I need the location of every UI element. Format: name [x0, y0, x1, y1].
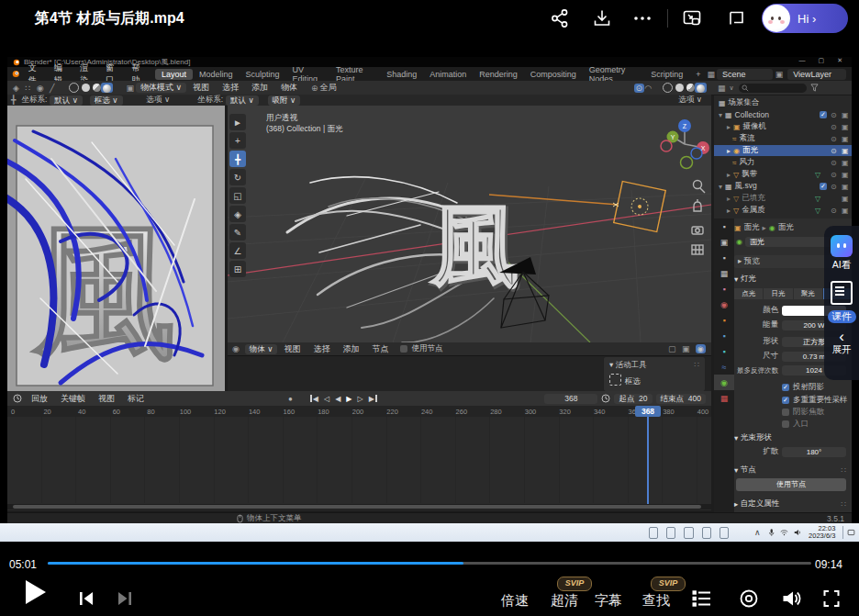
- expand-label[interactable]: 展开: [824, 343, 859, 356]
- outliner-display-icon[interactable]: ▦: [718, 84, 728, 93]
- left-shading-material-icon[interactable]: [93, 84, 101, 92]
- tool-measure[interactable]: ∠: [229, 242, 246, 259]
- render-tab-icon[interactable]: ▣: [714, 234, 734, 250]
- outliner-row-ribbon[interactable]: ▸ ▽ 飘带 ▽ ⊙ ▣: [714, 169, 852, 180]
- shading-rendered-icon[interactable]: [695, 83, 707, 92]
- taskbar-app-icon[interactable]: [702, 527, 711, 539]
- camera-visibility-icon[interactable]: ▣: [842, 183, 849, 191]
- output-tab-icon[interactable]: ▪: [714, 250, 734, 265]
- ai-watch-icon[interactable]: [831, 235, 853, 257]
- outliner-display-caret[interactable]: ∨: [730, 84, 736, 92]
- scene-selector[interactable]: Scene: [717, 69, 773, 80]
- spread-field[interactable]: 180°: [782, 447, 846, 457]
- tool-rotate[interactable]: ↻: [229, 169, 246, 185]
- current-frame-badge[interactable]: 368: [635, 406, 661, 417]
- portal-checkbox[interactable]: [782, 420, 789, 428]
- subtitle-button[interactable]: 字幕: [595, 592, 622, 610]
- play-reverse-button[interactable]: ◀: [332, 395, 343, 403]
- play-button[interactable]: [26, 580, 46, 604]
- volume-icon[interactable]: [780, 588, 802, 610]
- viewlayer-selector[interactable]: ViewLayer: [787, 69, 846, 80]
- workspace-tab-sculpting[interactable]: Sculpting: [240, 69, 286, 80]
- eye-icon[interactable]: ⊙: [831, 207, 837, 215]
- tool-icons-left[interactable]: ◈ ∷ ◉ ╱: [13, 84, 56, 93]
- custom-props-header[interactable]: ▸ 自定义属性 ∷: [734, 498, 852, 510]
- camera-visibility-icon[interactable]: ▣: [842, 111, 849, 119]
- outliner-row-filled[interactable]: ▸ ▽ 已填充 ▽ ▣: [714, 193, 852, 204]
- timeline-menu-keying[interactable]: 关键帧: [54, 393, 92, 405]
- light-type-sun[interactable]: 日光: [764, 288, 792, 299]
- camera-visibility-icon[interactable]: ▣: [842, 159, 849, 167]
- proportional-icon[interactable]: ◠: [644, 84, 653, 93]
- workspace-tab-rendering[interactable]: Rendering: [473, 69, 524, 80]
- window-minimize-button[interactable]: —: [799, 57, 811, 63]
- disclosure-icon[interactable]: ▾: [719, 111, 722, 119]
- timeline-scroll-thumb[interactable]: [13, 505, 701, 509]
- vp-options-dropdown[interactable]: 选项 ∨: [678, 95, 702, 106]
- left-orientation-value[interactable]: 默认 ∨: [50, 95, 83, 106]
- shader-type-dropdown[interactable]: 物体 ∨: [245, 344, 278, 354]
- tool-scale[interactable]: ◱: [229, 187, 246, 204]
- next-episode-button[interactable]: [114, 588, 136, 610]
- shader-preview-toggle[interactable]: ◉: [696, 344, 706, 353]
- material-tab-icon[interactable]: ▦: [714, 390, 734, 406]
- eye-icon[interactable]: ⊙: [831, 135, 837, 143]
- blender-app-icon[interactable]: [12, 69, 20, 79]
- frame-start-field[interactable]: 起点 20: [614, 394, 652, 404]
- timeline-menu-playback[interactable]: 回放: [25, 393, 54, 405]
- outliner-row-area-light[interactable]: ▸ ◉ 面光 ⊙ ▣: [714, 145, 852, 156]
- clock-icon[interactable]: [13, 394, 22, 403]
- outliner-search-input[interactable]: [739, 84, 807, 93]
- panel-disclosure-icon[interactable]: ▾: [609, 360, 613, 369]
- outliner-row-collection[interactable]: ▾ ▦ Collection ✓ ⊙ ▣: [714, 109, 852, 120]
- outliner-row-metal[interactable]: ▸ ▽ 金属质 ▽ ⊙ ▣: [714, 205, 852, 216]
- courseware-icon[interactable]: [831, 281, 853, 305]
- shader-menu-add[interactable]: 添加: [336, 343, 365, 355]
- scene-tab-icon[interactable]: ▪: [714, 281, 734, 297]
- nodes-panel-header[interactable]: ▾ 节点 ∷: [734, 465, 852, 476]
- collection-checkbox[interactable]: ✓: [820, 183, 827, 190]
- camera-visibility-icon[interactable]: ▣: [842, 135, 849, 143]
- speaker-tray-icon[interactable]: [794, 528, 801, 537]
- outliner[interactable]: ▦ ∨ ▦ 场景集合 ▾ ▦ Collection ✓ ⊙ ▣ ▸: [714, 81, 852, 218]
- fullscreen-icon[interactable]: [820, 588, 842, 610]
- outliner-row-scene-collection[interactable]: ▦ 场景集合: [714, 97, 852, 108]
- use-nodes-checkbox[interactable]: [400, 345, 407, 353]
- snap-toggle-icon[interactable]: ⊙: [634, 84, 645, 93]
- jump-to-end-button[interactable]: ▶: [366, 395, 380, 403]
- ai-watch-label[interactable]: AI看: [824, 259, 859, 272]
- shader-editor[interactable]: ◉ 物体 ∨ 视图 选择 添加 节点 使用节点 ▢ ▣ ◉ ▾ 活动工具 ∷ 框…: [228, 342, 711, 391]
- outliner-row-turbulence[interactable]: ≈ 紊流 ⊙ ▣: [714, 133, 852, 144]
- tray-expand-icon[interactable]: ∧: [754, 528, 761, 537]
- importance-sampling-checkbox[interactable]: ✓: [782, 397, 789, 404]
- workspace-tab-modeling[interactable]: Modeling: [193, 69, 240, 80]
- window-close-button[interactable]: ✕: [837, 57, 848, 63]
- autokey-record-icon[interactable]: ●: [288, 395, 293, 403]
- tool-add-cube[interactable]: ⊞: [229, 261, 246, 277]
- tool-cursor[interactable]: +: [229, 132, 246, 149]
- disclosure-icon[interactable]: ▾: [719, 183, 722, 191]
- taskbar-app-icon[interactable]: [666, 527, 675, 539]
- render-preview-panel[interactable]: 風: [7, 106, 225, 391]
- tool-transform[interactable]: ◈: [229, 206, 246, 222]
- physics-tab-icon[interactable]: ≈: [714, 359, 734, 375]
- microphone-icon[interactable]: [768, 527, 775, 538]
- workspace-tab-scripting[interactable]: Scripting: [644, 69, 689, 80]
- camera-visibility-icon[interactable]: ▣: [842, 207, 849, 215]
- collection-checkbox[interactable]: ✓: [820, 111, 827, 118]
- frame-end-field[interactable]: 结束点 400: [656, 394, 706, 404]
- world-tab-icon[interactable]: ◉: [714, 297, 734, 312]
- speed-button[interactable]: 倍速: [501, 592, 529, 610]
- eye-icon[interactable]: ⊙: [831, 123, 837, 131]
- shader-menu-view[interactable]: 视图: [277, 343, 307, 355]
- modifiers-tab-icon[interactable]: ▪: [714, 328, 734, 343]
- timeline-playhead[interactable]: [647, 406, 649, 504]
- disclosure-icon[interactable]: ▸: [727, 147, 731, 155]
- tool-move[interactable]: ╋: [229, 151, 246, 167]
- find-button[interactable]: 查找: [642, 592, 670, 610]
- disclosure-icon[interactable]: ▸: [727, 123, 731, 131]
- camera-visibility-icon[interactable]: ▣: [842, 123, 849, 131]
- workspace-tab-layout[interactable]: Layout: [155, 69, 193, 80]
- courseware-label[interactable]: 课件: [828, 310, 856, 323]
- camera-visibility-icon[interactable]: ▣: [842, 195, 849, 203]
